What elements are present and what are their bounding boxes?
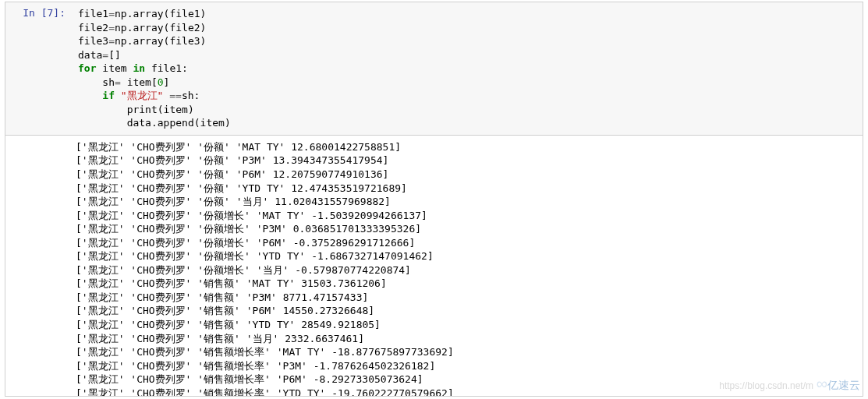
output-line: ['黑龙江' 'CHO费列罗' '份额' 'YTD TY' 12.4743535… [76,182,856,196]
output-line: ['黑龙江' 'CHO费列罗' '份额增长' 'YTD TY' -1.68673… [76,249,856,263]
prompt-label: In [7]: [23,7,66,19]
output-line: ['黑龙江' 'CHO费列罗' '份额增长' '当月' -0.579870774… [76,263,856,277]
output-text: ['黑龙江' 'CHO费列罗' '份额' 'MAT TY' 12.6800142… [5,136,863,397]
output-line: ['黑龙江' 'CHO费列罗' '份额' '当月' 11.02043155796… [76,195,856,209]
output-line: ['黑龙江' 'CHO费列罗' '销售额' 'MAT TY' 31503.736… [76,277,856,291]
output-line: ['黑龙江' 'CHO费列罗' '销售额' 'YTD TY' 28549.921… [76,318,856,332]
output-line: ['黑龙江' 'CHO费列罗' '销售额' '当月' 2332.6637461] [76,332,856,346]
output-line: ['黑龙江' 'CHO费列罗' '销售额增长率' 'MAT TY' -18.87… [76,345,856,359]
output-line: ['黑龙江' 'CHO费列罗' '销售额' 'P3M' 8771.4715743… [76,291,856,305]
input-prompt: In [7]: [5,2,72,135]
output-line: ['黑龙江' 'CHO费列罗' '份额增长' 'P6M' -0.37528962… [76,236,856,250]
code-line: sh= item[0] [78,76,856,90]
output-line: ['黑龙江' 'CHO费列罗' '份额增长' 'P3M' 0.036851701… [76,222,856,236]
output-line: ['黑龙江' 'CHO费列罗' '份额' 'P3M' 13.3943473554… [76,154,856,168]
code-line: if "黑龙江" ==sh: [78,89,856,103]
code-line: for item in file1: [78,62,856,76]
output-line: ['黑龙江' 'CHO费列罗' '销售额' 'P6M' 14550.273266… [76,304,856,318]
output-line: ['黑龙江' 'CHO费列罗' '份额增长' 'MAT TY' -1.50392… [76,209,856,223]
code-line: file2=np.array(file2) [78,21,856,35]
output-line: ['黑龙江' 'CHO费列罗' '份额' 'MAT TY' 12.6800142… [76,140,856,154]
output-cell[interactable]: ['黑龙江' 'CHO费列罗' '份额' 'MAT TY' 12.6800142… [5,136,863,397]
output-line: ['黑龙江' 'CHO费列罗' '销售额增长率' 'P3M' -1.787626… [76,359,856,373]
output-line: ['黑龙江' 'CHO费列罗' '销售额增长率' 'P6M' -8.292733… [76,373,856,387]
output-line: ['黑龙江' 'CHO费列罗' '份额' 'P6M' 12.2075907749… [76,168,856,182]
output-line: ['黑龙江' 'CHO费列罗' '销售额增长率' 'YTD TY' -19.76… [76,387,856,397]
code-editor[interactable]: file1=np.array(file1)file2=np.array(file… [72,2,863,135]
input-cell: In [7]: file1=np.array(file1)file2=np.ar… [5,2,863,136]
code-line: file1=np.array(file1) [78,7,856,21]
code-line: data=[] [78,48,856,62]
code-line: file3=np.array(file3) [78,34,856,48]
code-line: print(item) [78,103,856,117]
code-line: data.append(item) [78,116,856,130]
